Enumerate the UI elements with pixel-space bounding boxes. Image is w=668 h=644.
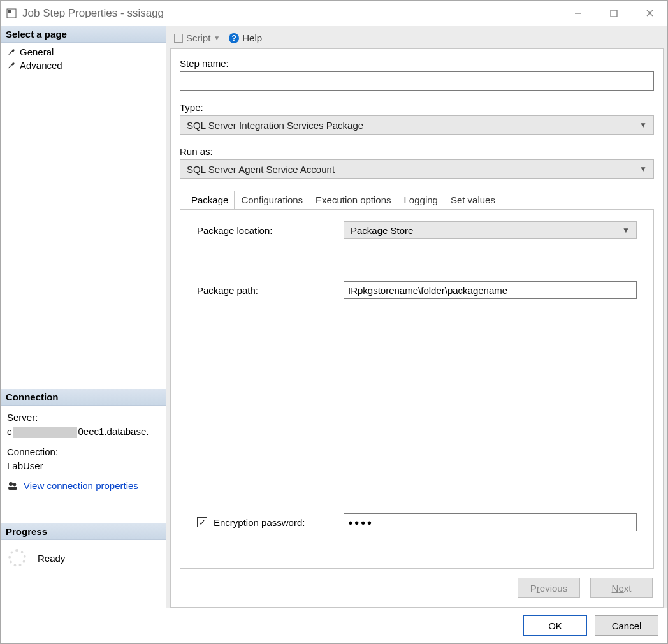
sidebar-item-advanced[interactable]: Advanced bbox=[1, 59, 166, 72]
tab-configurations[interactable]: Configurations bbox=[235, 191, 309, 209]
chevron-down-icon: ▼ bbox=[622, 226, 630, 235]
dialog-window: Job Step Properties - ssisagg Select a p… bbox=[0, 0, 668, 644]
encryption-checkbox[interactable]: ✓ bbox=[197, 517, 207, 527]
app-icon bbox=[6, 8, 17, 19]
sidebar: Select a page General Advanced Connectio… bbox=[1, 26, 166, 608]
runas-value: SQL Server Agent Service Account bbox=[187, 164, 335, 175]
runas-label: Run as: bbox=[180, 146, 654, 157]
ok-button[interactable]: OK bbox=[523, 615, 587, 636]
type-value: SQL Server Integration Services Package bbox=[187, 120, 363, 131]
package-location-combo[interactable]: Package Store ▼ bbox=[344, 221, 637, 239]
minimize-button[interactable] bbox=[560, 1, 596, 26]
main-panel: Script ▼ ? Help Step name: Type: SQL Ser… bbox=[166, 26, 667, 608]
window-title: Job Step Properties - ssisagg bbox=[22, 7, 560, 20]
progress-panel: Ready bbox=[1, 540, 166, 576]
encryption-label: Encryption password: bbox=[214, 517, 305, 528]
script-label: Script bbox=[186, 33, 210, 43]
toolbar: Script ▼ ? Help bbox=[170, 30, 664, 48]
package-location-value: Package Store bbox=[351, 225, 413, 236]
previous-button[interactable]: Previous bbox=[518, 578, 580, 598]
chevron-down-icon: ▼ bbox=[639, 165, 647, 173]
tab-set-values[interactable]: Set values bbox=[444, 191, 502, 209]
package-path-label: Package path: bbox=[197, 285, 344, 296]
script-icon bbox=[174, 34, 183, 43]
connection-panel: Server: c0eec1.database. Connection: Lab… bbox=[1, 406, 166, 498]
connection-header: Connection bbox=[1, 389, 166, 406]
select-page-header: Select a page bbox=[1, 26, 166, 43]
sidebar-item-label: General bbox=[20, 47, 54, 57]
sidebar-item-label: Advanced bbox=[20, 60, 62, 71]
server-value-masked bbox=[13, 427, 77, 438]
close-button[interactable] bbox=[632, 1, 667, 26]
type-combo[interactable]: SQL Server Integration Services Package … bbox=[180, 115, 654, 135]
step-name-label: Step name: bbox=[180, 58, 654, 69]
sidebar-item-general[interactable]: General bbox=[1, 45, 166, 59]
tabs-container: Package Configurations Execution options… bbox=[180, 209, 654, 569]
maximize-button[interactable] bbox=[596, 1, 632, 26]
progress-status: Ready bbox=[38, 553, 65, 564]
chevron-down-icon: ▼ bbox=[214, 34, 220, 41]
server-value-prefix: c bbox=[7, 426, 12, 437]
package-location-label: Package location: bbox=[197, 225, 344, 236]
view-connection-link[interactable]: View connection properties bbox=[24, 479, 138, 493]
server-value-suffix: 0eec1.database. bbox=[78, 426, 149, 437]
people-icon bbox=[7, 480, 18, 492]
tabs-strip: Package Configurations Execution options… bbox=[185, 191, 502, 209]
dialog-footer: OK Cancel bbox=[1, 608, 667, 643]
cancel-button[interactable]: Cancel bbox=[595, 615, 658, 636]
svg-point-7 bbox=[13, 483, 17, 487]
type-label: Type: bbox=[180, 102, 654, 113]
help-button[interactable]: ? Help bbox=[229, 33, 262, 43]
tab-execution-options[interactable]: Execution options bbox=[309, 191, 397, 209]
connection-value: LabUser bbox=[7, 459, 159, 473]
wrench-icon bbox=[7, 61, 16, 70]
svg-rect-3 bbox=[611, 10, 617, 17]
window-buttons bbox=[560, 1, 667, 26]
package-path-input[interactable] bbox=[344, 281, 637, 299]
content-panel: Step name: Type: SQL Server Integration … bbox=[170, 48, 664, 608]
encryption-password-input[interactable]: ●●●● bbox=[344, 513, 637, 531]
tab-content-package: Package location: Package Store ▼ Packag… bbox=[180, 210, 653, 568]
tab-logging[interactable]: Logging bbox=[398, 191, 444, 209]
wizard-buttons: Previous Next bbox=[180, 569, 654, 603]
spinner-icon bbox=[8, 549, 26, 567]
runas-combo[interactable]: SQL Server Agent Service Account ▼ bbox=[180, 159, 654, 179]
svg-point-6 bbox=[9, 482, 13, 486]
chevron-down-icon: ▼ bbox=[639, 121, 647, 129]
titlebar: Job Step Properties - ssisagg bbox=[1, 1, 667, 26]
wrench-icon bbox=[7, 48, 16, 57]
next-button[interactable]: Next bbox=[590, 578, 653, 598]
svg-rect-1 bbox=[8, 10, 11, 13]
help-icon: ? bbox=[229, 33, 239, 43]
server-label: Server: bbox=[7, 411, 159, 425]
step-name-input[interactable] bbox=[180, 71, 654, 91]
script-button[interactable]: Script ▼ bbox=[174, 33, 220, 43]
connection-label: Connection: bbox=[7, 445, 159, 459]
svg-rect-8 bbox=[8, 487, 17, 490]
progress-header: Progress bbox=[1, 523, 166, 540]
help-label: Help bbox=[242, 33, 262, 43]
tab-package[interactable]: Package bbox=[185, 191, 235, 209]
